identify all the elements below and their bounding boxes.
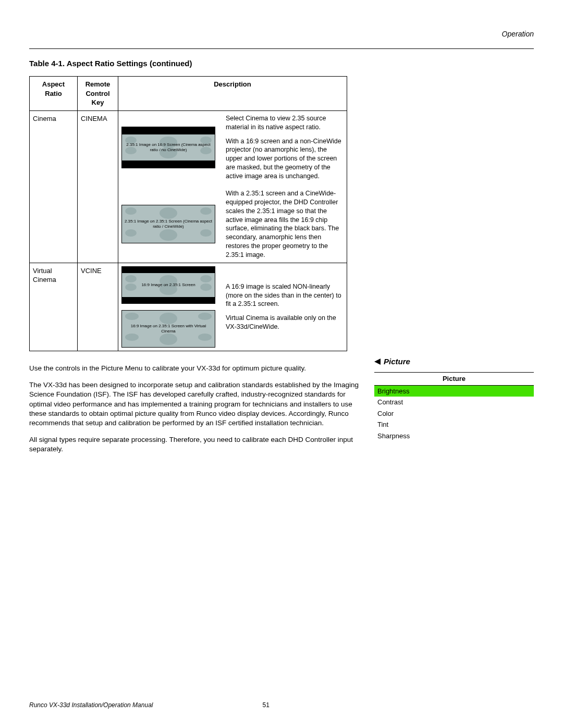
- cinema-remote: CINEMA: [78, 110, 118, 263]
- body-p3: All signal types require separate proces…: [29, 435, 363, 454]
- picture-item-contrast[interactable]: Contrast: [374, 397, 534, 408]
- cinema-desc: 2.35:1 Image on 16:9 Screen (Cinema aspe…: [118, 110, 347, 263]
- vcine-remote: VCINE: [78, 263, 118, 351]
- th-remote: Remote Control Key: [78, 77, 118, 111]
- th-desc: Description: [118, 77, 347, 111]
- body-p1: Use the controls in the Picture Menu to …: [29, 364, 363, 373]
- footer-page: 51: [262, 701, 269, 709]
- diagram-cinema-letterbox: 2.35:1 Image on 16:9 Screen (Cinema aspe…: [121, 127, 215, 168]
- cinema-p3: With a 2.35:1 screen and a CineWide-equi…: [226, 189, 344, 260]
- vcine-p1: A 16:9 image is scaled NON-linearly (mor…: [226, 282, 344, 309]
- cinema-p1: Select Cinema to view 2.35 source materi…: [226, 114, 344, 132]
- vcine-diag2-caption: 16:9 Image on 2.35:1 Screen with Virtual…: [122, 323, 215, 335]
- diag1-caption: 2.35:1 Image on 16:9 Screen (Cinema aspe…: [122, 141, 215, 154]
- picture-header: Picture: [374, 373, 534, 386]
- picture-item-sharpness[interactable]: Sharpness: [374, 430, 534, 442]
- picture-item-tint[interactable]: Tint: [374, 419, 534, 430]
- diagram-vcine-stretched: 16:9 Image on 2.35:1 Screen with Virtual…: [121, 310, 215, 348]
- diag2-caption: 2.35:1 Image on 2.35:1 Screen (Cinema as…: [122, 218, 215, 230]
- rule-top: [29, 48, 534, 49]
- picture-menu: Picture Brightness Contrast Color Tint S…: [374, 372, 534, 441]
- body-p2: The VX-33d has been designed to incorpor…: [29, 380, 363, 428]
- aspect-ratio-table: Aspect Ratio Remote Control Key Descript…: [29, 76, 347, 351]
- section-label: Operation: [29, 29, 534, 39]
- picture-callout: Picture: [374, 356, 534, 367]
- vcine-aspect: Virtual Cinema: [30, 263, 78, 351]
- diagram-cinema-cinewide: 2.35:1 Image on 2.35:1 Screen (Cinema as…: [121, 205, 215, 243]
- picture-item-color[interactable]: Color: [374, 408, 534, 419]
- table-title: Table 4-1. Aspect Ratio Settings (contin…: [29, 58, 534, 69]
- diagram-vcine-pillarbox: 16:9 Image on 2.35:1 Screen: [121, 266, 215, 304]
- vcine-desc: 16:9 Image on 2.35:1 Screen 16:9 Image o…: [118, 263, 347, 351]
- vcine-p2: Virtual Cinema is available only on the …: [226, 314, 344, 331]
- cinema-aspect: Cinema: [30, 110, 78, 263]
- cinema-p2: With a 16:9 screen and a non-CineWide pr…: [226, 137, 344, 181]
- footer-doc: Runco VX-33d Installation/Operation Manu…: [29, 701, 153, 709]
- picture-item-brightness[interactable]: Brightness: [374, 385, 534, 397]
- th-aspect: Aspect Ratio: [30, 77, 78, 111]
- vcine-diag1-caption: 16:9 Image on 2.35:1 Screen: [139, 281, 197, 289]
